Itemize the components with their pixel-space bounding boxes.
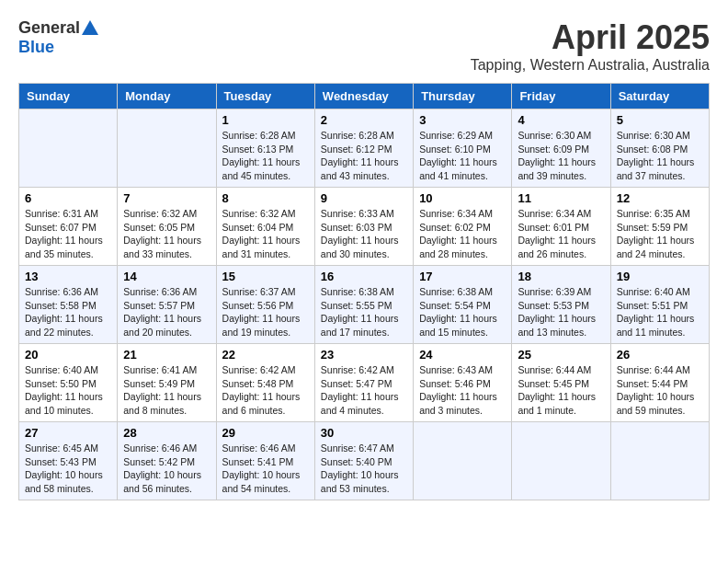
day-detail: Sunrise: 6:38 AM Sunset: 5:55 PM Dayligh… (321, 285, 407, 339)
logo-general-text: General (18, 18, 80, 38)
day-number: 12 (617, 191, 703, 205)
month-title: April 2025 (471, 18, 710, 57)
day-detail: Sunrise: 6:34 AM Sunset: 6:02 PM Dayligh… (419, 207, 506, 261)
page-header: General Blue April 2025 Tapping, Western… (18, 18, 710, 74)
day-detail: Sunrise: 6:28 AM Sunset: 6:13 PM Dayligh… (222, 129, 309, 183)
day-number: 9 (321, 191, 407, 205)
calendar-empty-cell (610, 422, 709, 500)
calendar-day-7: 7Sunrise: 6:32 AM Sunset: 6:05 PM Daylig… (118, 188, 216, 266)
weekday-header-monday: Monday (118, 84, 216, 109)
day-detail: Sunrise: 6:29 AM Sunset: 6:10 PM Dayligh… (419, 129, 506, 183)
weekday-header-tuesday: Tuesday (216, 84, 314, 109)
day-number: 17 (419, 270, 506, 283)
calendar-day-13: 13Sunrise: 6:36 AM Sunset: 5:58 PM Dayli… (19, 266, 118, 344)
title-section: April 2025 Tapping, Western Australia, A… (471, 18, 710, 74)
day-number: 4 (518, 113, 604, 127)
logo-blue-text: Blue (18, 38, 54, 57)
weekday-header-row: SundayMondayTuesdayWednesdayThursdayFrid… (19, 84, 710, 109)
weekday-header-wednesday: Wednesday (314, 84, 413, 109)
day-number: 27 (25, 426, 111, 440)
calendar-day-21: 21Sunrise: 6:41 AM Sunset: 5:49 PM Dayli… (118, 344, 216, 422)
calendar-day-17: 17Sunrise: 6:38 AM Sunset: 5:54 PM Dayli… (414, 266, 512, 344)
day-number: 23 (321, 348, 407, 362)
day-detail: Sunrise: 6:38 AM Sunset: 5:54 PM Dayligh… (419, 285, 506, 339)
calendar-day-8: 8Sunrise: 6:32 AM Sunset: 6:04 PM Daylig… (216, 188, 314, 266)
svg-marker-0 (82, 20, 98, 35)
day-number: 1 (222, 113, 309, 127)
day-number: 7 (123, 191, 210, 205)
weekday-header-saturday: Saturday (610, 84, 709, 109)
calendar-day-9: 9Sunrise: 6:33 AM Sunset: 6:03 PM Daylig… (314, 188, 413, 266)
calendar-empty-cell (118, 109, 216, 188)
calendar-day-15: 15Sunrise: 6:37 AM Sunset: 5:56 PM Dayli… (216, 266, 314, 344)
calendar-week-row: 27Sunrise: 6:45 AM Sunset: 5:43 PM Dayli… (19, 422, 710, 500)
day-detail: Sunrise: 6:41 AM Sunset: 5:49 PM Dayligh… (123, 363, 210, 418)
calendar-table: SundayMondayTuesdayWednesdayThursdayFrid… (18, 83, 710, 500)
calendar-day-23: 23Sunrise: 6:42 AM Sunset: 5:47 PM Dayli… (314, 344, 413, 422)
day-detail: Sunrise: 6:42 AM Sunset: 5:47 PM Dayligh… (321, 363, 407, 418)
calendar-day-11: 11Sunrise: 6:34 AM Sunset: 6:01 PM Dayli… (512, 188, 610, 266)
calendar-day-10: 10Sunrise: 6:34 AM Sunset: 6:02 PM Dayli… (414, 188, 512, 266)
day-number: 16 (321, 270, 407, 283)
calendar-day-27: 27Sunrise: 6:45 AM Sunset: 5:43 PM Dayli… (19, 422, 118, 500)
day-number: 25 (518, 348, 604, 362)
day-number: 18 (518, 270, 604, 283)
day-detail: Sunrise: 6:36 AM Sunset: 5:57 PM Dayligh… (123, 285, 210, 339)
calendar-week-row: 20Sunrise: 6:40 AM Sunset: 5:50 PM Dayli… (19, 344, 710, 422)
calendar-week-row: 6Sunrise: 6:31 AM Sunset: 6:07 PM Daylig… (19, 188, 710, 266)
day-number: 19 (617, 270, 703, 283)
day-number: 6 (25, 191, 111, 205)
logo: General Blue (18, 18, 98, 57)
day-number: 2 (321, 113, 407, 127)
day-number: 20 (25, 348, 111, 362)
day-number: 26 (617, 348, 703, 362)
day-detail: Sunrise: 6:45 AM Sunset: 5:43 PM Dayligh… (25, 442, 111, 496)
calendar-day-29: 29Sunrise: 6:46 AM Sunset: 5:41 PM Dayli… (216, 422, 314, 500)
day-detail: Sunrise: 6:28 AM Sunset: 6:12 PM Dayligh… (321, 129, 407, 183)
day-number: 11 (518, 191, 604, 205)
day-detail: Sunrise: 6:37 AM Sunset: 5:56 PM Dayligh… (222, 285, 309, 339)
day-detail: Sunrise: 6:40 AM Sunset: 5:50 PM Dayligh… (25, 363, 111, 418)
calendar-day-3: 3Sunrise: 6:29 AM Sunset: 6:10 PM Daylig… (414, 109, 512, 188)
day-detail: Sunrise: 6:40 AM Sunset: 5:51 PM Dayligh… (617, 285, 703, 339)
day-detail: Sunrise: 6:30 AM Sunset: 6:09 PM Dayligh… (518, 129, 604, 183)
day-detail: Sunrise: 6:44 AM Sunset: 5:44 PM Dayligh… (617, 363, 703, 418)
day-detail: Sunrise: 6:35 AM Sunset: 5:59 PM Dayligh… (617, 207, 703, 261)
day-detail: Sunrise: 6:46 AM Sunset: 5:41 PM Dayligh… (222, 442, 309, 496)
day-number: 28 (123, 426, 210, 440)
day-number: 10 (419, 191, 506, 205)
calendar-week-row: 13Sunrise: 6:36 AM Sunset: 5:58 PM Dayli… (19, 266, 710, 344)
day-detail: Sunrise: 6:32 AM Sunset: 6:04 PM Dayligh… (222, 207, 309, 261)
calendar-day-6: 6Sunrise: 6:31 AM Sunset: 6:07 PM Daylig… (19, 188, 118, 266)
calendar-empty-cell (512, 422, 610, 500)
day-detail: Sunrise: 6:43 AM Sunset: 5:46 PM Dayligh… (419, 363, 506, 418)
day-detail: Sunrise: 6:42 AM Sunset: 5:48 PM Dayligh… (222, 363, 309, 418)
calendar-day-22: 22Sunrise: 6:42 AM Sunset: 5:48 PM Dayli… (216, 344, 314, 422)
calendar-week-row: 1Sunrise: 6:28 AM Sunset: 6:13 PM Daylig… (19, 109, 710, 188)
day-number: 29 (222, 426, 309, 440)
calendar-day-5: 5Sunrise: 6:30 AM Sunset: 6:08 PM Daylig… (610, 109, 709, 188)
day-number: 5 (617, 113, 703, 127)
day-detail: Sunrise: 6:30 AM Sunset: 6:08 PM Dayligh… (617, 129, 703, 183)
day-number: 13 (25, 270, 111, 283)
day-detail: Sunrise: 6:44 AM Sunset: 5:45 PM Dayligh… (518, 363, 604, 418)
day-detail: Sunrise: 6:34 AM Sunset: 6:01 PM Dayligh… (518, 207, 604, 261)
day-number: 3 (419, 113, 506, 127)
calendar-day-1: 1Sunrise: 6:28 AM Sunset: 6:13 PM Daylig… (216, 109, 314, 188)
weekday-header-friday: Friday (512, 84, 610, 109)
calendar-day-14: 14Sunrise: 6:36 AM Sunset: 5:57 PM Dayli… (118, 266, 216, 344)
day-number: 14 (123, 270, 210, 283)
weekday-header-thursday: Thursday (414, 84, 512, 109)
calendar-day-4: 4Sunrise: 6:30 AM Sunset: 6:09 PM Daylig… (512, 109, 610, 188)
calendar-day-18: 18Sunrise: 6:39 AM Sunset: 5:53 PM Dayli… (512, 266, 610, 344)
day-detail: Sunrise: 6:33 AM Sunset: 6:03 PM Dayligh… (321, 207, 407, 261)
weekday-header-sunday: Sunday (19, 84, 118, 109)
calendar-day-16: 16Sunrise: 6:38 AM Sunset: 5:55 PM Dayli… (314, 266, 413, 344)
day-number: 24 (419, 348, 506, 362)
calendar-day-12: 12Sunrise: 6:35 AM Sunset: 5:59 PM Dayli… (610, 188, 709, 266)
calendar-day-30: 30Sunrise: 6:47 AM Sunset: 5:40 PM Dayli… (314, 422, 413, 500)
calendar-day-25: 25Sunrise: 6:44 AM Sunset: 5:45 PM Dayli… (512, 344, 610, 422)
day-detail: Sunrise: 6:32 AM Sunset: 6:05 PM Dayligh… (123, 207, 210, 261)
day-detail: Sunrise: 6:47 AM Sunset: 5:40 PM Dayligh… (321, 442, 407, 496)
day-number: 8 (222, 191, 309, 205)
